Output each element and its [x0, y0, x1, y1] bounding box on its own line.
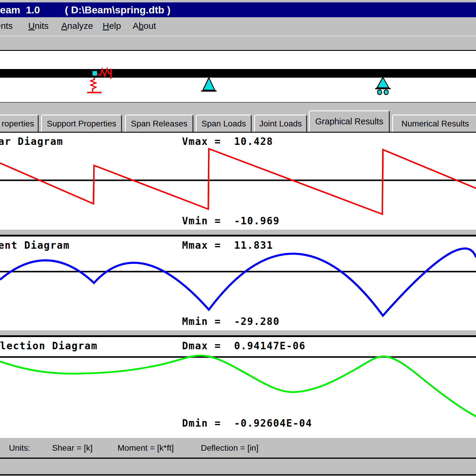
tab-bar: roperties Support Properties Span Releas… — [0, 103, 476, 132]
status-bar: Units: Shear = [k] Moment = [k*ft] Defle… — [0, 437, 476, 476]
shear-units: Shear = [k] — [52, 443, 93, 453]
menu-item-clipped[interactable]: ents — [0, 21, 13, 31]
roller-wheel-left — [378, 90, 382, 95]
moment-units: Moment = [k*ft] — [118, 443, 174, 453]
tab-span-loads[interactable]: Span Loads — [196, 115, 252, 132]
menu-item-analyze[interactable]: Analyze — [61, 21, 93, 31]
tab-span-releases[interactable]: Span Releases — [125, 115, 193, 132]
translational-spring-coil — [91, 78, 96, 92]
panel-separator — [0, 229, 476, 236]
roller-wheel-right — [384, 90, 388, 95]
tab-joint-loads[interactable]: Joint Loads — [254, 115, 307, 132]
window-border-top — [0, 0, 476, 2]
toolbar-band — [0, 36, 476, 50]
moment-max-value: Mmax = 11.831 — [182, 239, 273, 251]
menu-item-units[interactable]: Units — [28, 21, 48, 31]
beam-model-drawing — [0, 51, 476, 102]
shear-diagram-title: ar Diagram — [0, 136, 63, 147]
tab-support-properties[interactable]: Support Properties — [41, 115, 122, 132]
roller-support-icon[interactable] — [375, 77, 391, 95]
menu-bar: ents Units Analyze Help About — [0, 17, 476, 36]
shear-min-value: Vmin = -10.969 — [182, 215, 280, 227]
title-bar[interactable]: eam 1.0 ( D:\Beam\spring.dtb ) — [0, 2, 476, 17]
panel-separator — [0, 330, 476, 336]
units-label: Units: — [9, 443, 30, 453]
shear-max-value: Vmax = 10.428 — [182, 136, 273, 147]
deflection-units: Deflection = [in] — [201, 443, 259, 453]
open-file-path: ( D:\Beam\spring.dtb ) — [65, 4, 170, 16]
moment-min-value: Mmin = -29.280 — [182, 316, 280, 327]
roller-triangle — [377, 77, 389, 88]
tab-graphical-results[interactable]: Graphical Results — [309, 110, 390, 132]
spring-node-marker — [93, 71, 97, 76]
moment-curve — [0, 248, 476, 316]
shear-curve — [0, 149, 476, 214]
divider-line — [0, 458, 476, 459]
deflection-max-value: Dmax = 0.94147E-06 — [182, 340, 306, 352]
menu-item-help[interactable]: Help — [103, 21, 121, 31]
deflection-min-value: Dmin = -0.92604E-04 — [182, 417, 312, 429]
pin-support-icon[interactable] — [201, 78, 217, 91]
tab-properties[interactable]: roperties — [0, 115, 39, 132]
tab-numerical-results[interactable]: Numerical Results — [392, 115, 476, 132]
app-title: eam 1.0 — [0, 4, 40, 16]
window-bottom-edge — [0, 474, 476, 475]
application-window: eam 1.0 ( D:\Beam\spring.dtb ) ents Unit… — [0, 0, 476, 476]
pin-triangle — [203, 78, 215, 90]
deflection-curve — [0, 356, 476, 416]
moment-diagram-title: ent Diagram — [0, 239, 70, 251]
moment-diagram-panel: ent Diagram Mmax = 11.831 Mmin = -29.280 — [0, 236, 476, 330]
menu-item-about[interactable]: About — [133, 21, 156, 31]
deflection-diagram-panel: lection Diagram Dmax = 0.94147E-06 Dmin … — [0, 336, 476, 437]
beam-model-canvas[interactable] — [0, 50, 476, 103]
deflection-diagram-title: lection Diagram — [0, 340, 98, 352]
shear-diagram-panel: ar Diagram Vmax = 10.428 Vmin = -10.969 — [0, 132, 476, 229]
beam-bar[interactable] — [0, 69, 476, 78]
